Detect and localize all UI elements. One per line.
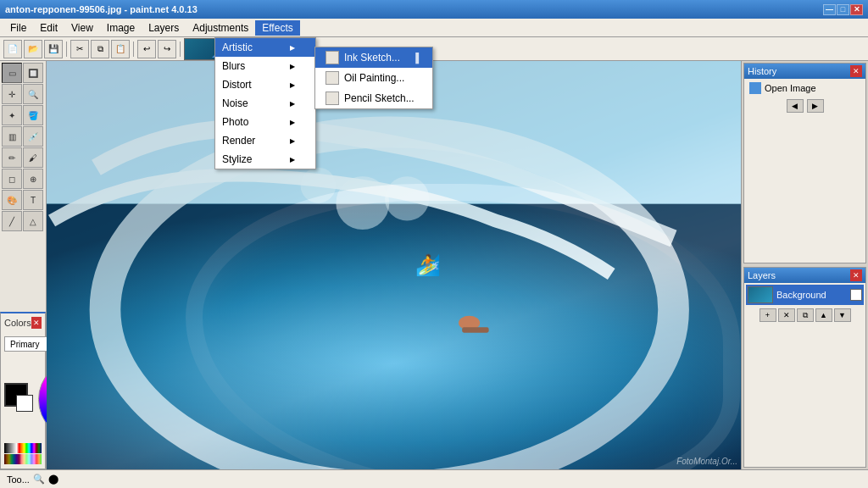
statusbar: Too... 🔍 ⬤ [0,469,868,488]
secondary-color-swatch[interactable] [16,395,33,412]
menu-file[interactable]: File [3,20,33,36]
toolbar-sep1 [66,42,67,57]
effects-menu-render[interactable]: Render ▶ [215,131,315,150]
minimize-button[interactable]: — [823,4,836,15]
layer-down-button[interactable]: ▼ [834,308,851,322]
toolbar-undo[interactable]: ↩ [137,40,156,58]
tool-paintbrush[interactable]: 🖌 [23,147,43,168]
photo-submenu-arrow: ▶ [290,119,295,126]
tool-rectangle-select[interactable]: ▭ [2,63,22,83]
blurs-submenu-arrow: ▶ [290,63,295,70]
color-indicators [4,383,35,413]
pencil-sketch-label: Pencil Sketch... [344,92,415,104]
svg-point-5 [336,176,389,230]
colors-panel-close[interactable]: ✕ [31,317,42,329]
tool-row-6: ◻ ⊕ [2,169,44,189]
tool-lasso[interactable]: 🔲 [23,63,43,83]
history-panel: History ✕ Open Image ◀ ▶ [743,63,866,263]
window-title: anton-repponen-99506.jpg - paint.net 4.0… [5,4,198,14]
close-button[interactable]: ✕ [850,4,863,15]
effects-menu-photo[interactable]: Photo ▶ [215,113,315,131]
layers-panel-close[interactable]: ✕ [850,269,862,281]
toolbar-open[interactable]: 📂 [24,40,42,58]
noise-submenu-arrow: ▶ [290,100,295,108]
tool-shapes[interactable]: △ [23,211,43,231]
layer-add-button[interactable]: + [760,308,776,322]
menu-image[interactable]: Image [100,20,142,36]
layer-item-background[interactable]: Background ✓ [746,285,864,305]
status-tool: Too... [7,474,30,485]
render-submenu-arrow: ▶ [290,137,295,145]
layer-thumbnail [748,286,773,303]
toolbar-save[interactable]: 💾 [44,40,63,58]
layer-nav-buttons: + ✕ ⧉ ▲ ▼ [744,307,865,324]
effects-menu-blurs[interactable]: Blurs ▶ [215,57,315,75]
layer-up-button[interactable]: ▲ [815,308,832,322]
effects-menu-noise-label: Noise [222,97,248,109]
tool-pencil[interactable]: ✏ [2,147,22,168]
menu-adjustments[interactable]: Adjustments [186,20,255,36]
toolbar-redo[interactable]: ↪ [158,40,176,58]
tool-row-7: 🎨 T [2,190,44,210]
tool-line[interactable]: ╱ [2,211,22,231]
menu-layers[interactable]: Layers [142,20,186,36]
tool-row-5: ✏ 🖌 [2,147,44,168]
toolbar-sep3 [180,42,181,57]
effects-menu-noise[interactable]: Noise ▶ [215,94,315,113]
tool-eyedropper[interactable]: 💉 [23,126,43,147]
tool-row-8: ╱ △ [2,211,44,231]
tool-eraser[interactable]: ◻ [2,169,22,189]
history-panel-content: Open Image [744,79,865,97]
tool-magic-wand[interactable]: ✦ [2,105,22,125]
effects-menu-blurs-label: Blurs [222,60,245,72]
svg-point-6 [300,168,336,203]
maximize-button[interactable]: □ [837,4,849,15]
status-zoom: ⬤ [48,474,58,485]
tool-move[interactable]: ✛ [2,84,22,104]
tool-zoom[interactable]: 🔍 [23,84,43,104]
canvas-area[interactable]: FotoMontaj.Or... [47,61,741,469]
submenu-item-pencil-sketch[interactable]: Pencil Sketch... [315,88,432,108]
submenu-item-oil-painting[interactable]: Oil Painting... [315,68,432,88]
tool-clone[interactable]: ⊕ [23,169,43,189]
submenu-item-ink-sketch[interactable]: Ink Sketch... ▌ [315,47,432,68]
effects-menu-artistic[interactable]: Artistic ▶ [215,38,315,57]
history-panel-close[interactable]: ✕ [850,65,862,77]
menu-edit[interactable]: Edit [33,20,64,36]
ink-sketch-label: Ink Sketch... [344,52,400,64]
tool-gradient[interactable]: ▥ [2,126,22,147]
menu-effects[interactable]: Effects [255,20,299,36]
cursor-pos: ▌ [415,53,422,63]
canvas-image: FotoMontaj.Or... [47,61,741,469]
effects-menu-artistic-label: Artistic [222,42,253,53]
effects-menu-stylize-label: Stylize [222,153,252,165]
menu-view[interactable]: View [64,20,100,36]
history-back-button[interactable]: ◀ [787,99,804,113]
history-item-open[interactable]: Open Image [746,80,864,96]
effects-menu-stylize[interactable]: Stylize ▶ [215,150,315,169]
toolbar-new[interactable]: 📄 [3,40,22,58]
effects-menu-photo-label: Photo [222,116,248,128]
effects-menu-distort[interactable]: Distort ▶ [215,75,315,94]
primary-color-swatch[interactable] [4,383,28,407]
colors-panel-header: Colors ✕ [4,317,42,329]
right-panels: History ✕ Open Image ◀ ▶ Layers ✕ [741,61,868,469]
palette-row-1[interactable] [4,443,42,453]
palette-row-2[interactable] [4,454,42,464]
history-nav-buttons: ◀ ▶ [744,97,865,114]
oil-painting-icon [326,71,339,85]
effects-dropdown-menu: Artistic ▶ Blurs ▶ Distort ▶ Noise ▶ Pho… [214,37,316,169]
layer-delete-button[interactable]: ✕ [778,308,795,322]
tool-row-1: ▭ 🔲 [2,63,44,83]
history-forward-button[interactable]: ▶ [807,99,824,113]
titlebar: anton-repponen-99506.jpg - paint.net 4.0… [0,0,868,19]
layer-duplicate-button[interactable]: ⧉ [797,308,814,322]
toolbar-cut[interactable]: ✂ [70,40,89,58]
tool-recolor[interactable]: 🎨 [2,190,22,210]
toolbar-copy[interactable]: ⧉ [91,40,109,58]
toolbar-paste[interactable]: 📋 [111,40,130,58]
tool-paint-bucket[interactable]: 🪣 [23,105,43,125]
layer-visibility-checkbox[interactable]: ✓ [850,289,862,301]
layers-panel-content: Background ✓ [744,283,865,307]
tool-text[interactable]: T [23,190,43,210]
